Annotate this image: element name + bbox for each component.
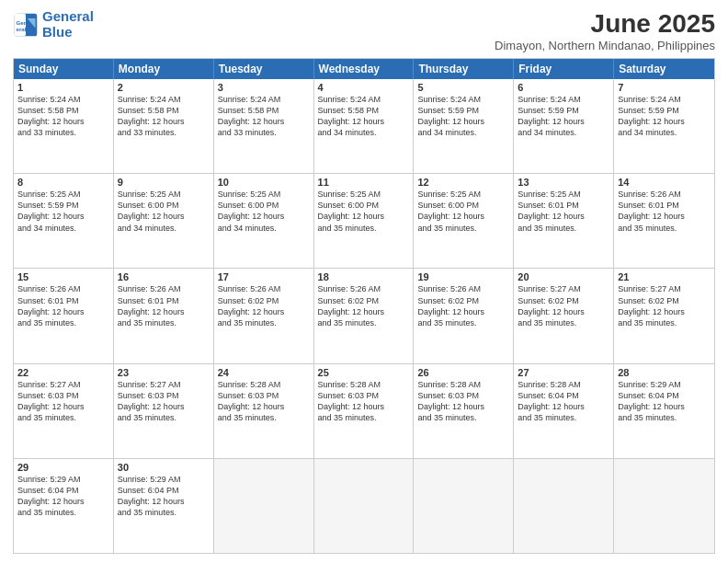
cal-day-empty bbox=[214, 459, 314, 553]
day-number: 20 bbox=[518, 271, 609, 282]
day-info: Sunrise: 5:24 AM Sunset: 5:59 PM Dayligh… bbox=[618, 94, 711, 139]
cal-day-19: 19Sunrise: 5:26 AM Sunset: 6:02 PM Dayli… bbox=[414, 269, 514, 362]
day-info: Sunrise: 5:24 AM Sunset: 5:58 PM Dayligh… bbox=[318, 94, 410, 139]
day-info: Sunrise: 5:28 AM Sunset: 6:04 PM Dayligh… bbox=[518, 379, 609, 424]
cal-day-empty bbox=[614, 459, 714, 553]
cal-day-6: 6Sunrise: 5:24 AM Sunset: 5:59 PM Daylig… bbox=[514, 79, 614, 173]
cal-day-25: 25Sunrise: 5:28 AM Sunset: 6:03 PM Dayli… bbox=[314, 364, 415, 458]
day-number: 29 bbox=[17, 462, 109, 473]
day-info: Sunrise: 5:26 AM Sunset: 6:01 PM Dayligh… bbox=[118, 283, 210, 328]
day-number: 3 bbox=[218, 82, 310, 93]
day-number: 24 bbox=[218, 367, 310, 378]
day-info: Sunrise: 5:26 AM Sunset: 6:01 PM Dayligh… bbox=[17, 283, 109, 328]
day-info: Sunrise: 5:27 AM Sunset: 6:02 PM Dayligh… bbox=[518, 283, 609, 328]
day-info: Sunrise: 5:28 AM Sunset: 6:03 PM Dayligh… bbox=[318, 379, 410, 424]
day-info: Sunrise: 5:25 AM Sunset: 5:59 PM Dayligh… bbox=[17, 189, 109, 234]
cal-day-7: 7Sunrise: 5:24 AM Sunset: 5:59 PM Daylig… bbox=[614, 79, 714, 173]
svg-text:Gen: Gen bbox=[17, 19, 28, 26]
cal-week-2: 8Sunrise: 5:25 AM Sunset: 5:59 PM Daylig… bbox=[14, 173, 714, 268]
cal-day-9: 9Sunrise: 5:25 AM Sunset: 6:00 PM Daylig… bbox=[114, 174, 214, 268]
cal-week-1: 1Sunrise: 5:24 AM Sunset: 5:58 PM Daylig… bbox=[14, 79, 714, 173]
day-number: 19 bbox=[417, 271, 509, 282]
day-info: Sunrise: 5:26 AM Sunset: 6:02 PM Dayligh… bbox=[318, 283, 410, 328]
day-number: 8 bbox=[17, 177, 109, 188]
day-number: 21 bbox=[618, 271, 711, 282]
day-number: 2 bbox=[118, 82, 210, 93]
cal-day-29: 29Sunrise: 5:29 AM Sunset: 6:04 PM Dayli… bbox=[14, 459, 114, 553]
header: Gen eral General Blue June 2025 Dimayon,… bbox=[13, 9, 715, 52]
cal-day-17: 17Sunrise: 5:26 AM Sunset: 6:02 PM Dayli… bbox=[214, 269, 314, 362]
day-info: Sunrise: 5:24 AM Sunset: 5:58 PM Dayligh… bbox=[118, 94, 210, 139]
day-info: Sunrise: 5:25 AM Sunset: 6:00 PM Dayligh… bbox=[118, 189, 210, 234]
day-number: 23 bbox=[118, 367, 210, 378]
day-number: 26 bbox=[417, 367, 509, 378]
day-number: 25 bbox=[318, 367, 410, 378]
day-number: 27 bbox=[518, 367, 609, 378]
svg-text:eral: eral bbox=[17, 26, 27, 32]
day-info: Sunrise: 5:24 AM Sunset: 5:58 PM Dayligh… bbox=[218, 94, 310, 139]
day-info: Sunrise: 5:25 AM Sunset: 6:00 PM Dayligh… bbox=[218, 189, 310, 234]
cal-day-14: 14Sunrise: 5:26 AM Sunset: 6:01 PM Dayli… bbox=[614, 174, 714, 268]
logo-line2: Blue bbox=[42, 24, 73, 40]
day-info: Sunrise: 5:28 AM Sunset: 6:03 PM Dayligh… bbox=[218, 379, 310, 424]
calendar-header: SundayMondayTuesdayWednesdayThursdayFrid… bbox=[14, 59, 714, 79]
day-number: 1 bbox=[17, 82, 109, 93]
day-info: Sunrise: 5:25 AM Sunset: 6:00 PM Dayligh… bbox=[318, 189, 410, 234]
day-info: Sunrise: 5:26 AM Sunset: 6:02 PM Dayligh… bbox=[417, 283, 509, 328]
logo: Gen eral General Blue bbox=[13, 9, 94, 40]
location-title: Dimayon, Northern Mindanao, Philippines bbox=[495, 39, 715, 52]
day-number: 15 bbox=[17, 271, 109, 282]
cal-day-21: 21Sunrise: 5:27 AM Sunset: 6:02 PM Dayli… bbox=[614, 269, 714, 362]
day-info: Sunrise: 5:25 AM Sunset: 6:00 PM Dayligh… bbox=[417, 189, 509, 234]
cal-week-5: 29Sunrise: 5:29 AM Sunset: 6:04 PM Dayli… bbox=[14, 458, 714, 553]
cal-header-friday: Friday bbox=[514, 59, 614, 79]
cal-day-empty bbox=[314, 459, 415, 553]
day-number: 22 bbox=[17, 367, 109, 378]
day-info: Sunrise: 5:27 AM Sunset: 6:03 PM Dayligh… bbox=[118, 379, 210, 424]
cal-day-1: 1Sunrise: 5:24 AM Sunset: 5:58 PM Daylig… bbox=[14, 79, 114, 173]
day-number: 16 bbox=[118, 271, 210, 282]
day-number: 11 bbox=[318, 177, 410, 188]
month-title: June 2025 bbox=[495, 9, 715, 39]
day-info: Sunrise: 5:26 AM Sunset: 6:02 PM Dayligh… bbox=[218, 283, 310, 328]
day-number: 14 bbox=[618, 177, 711, 188]
day-number: 7 bbox=[618, 82, 711, 93]
cal-day-8: 8Sunrise: 5:25 AM Sunset: 5:59 PM Daylig… bbox=[14, 174, 114, 268]
cal-day-empty bbox=[414, 459, 514, 553]
cal-day-16: 16Sunrise: 5:26 AM Sunset: 6:01 PM Dayli… bbox=[114, 269, 214, 362]
cal-day-30: 30Sunrise: 5:29 AM Sunset: 6:04 PM Dayli… bbox=[114, 459, 214, 553]
cal-header-thursday: Thursday bbox=[414, 59, 514, 79]
cal-day-22: 22Sunrise: 5:27 AM Sunset: 6:03 PM Dayli… bbox=[14, 364, 114, 458]
day-number: 13 bbox=[518, 177, 609, 188]
day-info: Sunrise: 5:25 AM Sunset: 6:01 PM Dayligh… bbox=[518, 189, 609, 234]
logo-text: General Blue bbox=[42, 9, 94, 40]
cal-week-3: 15Sunrise: 5:26 AM Sunset: 6:01 PM Dayli… bbox=[14, 268, 714, 362]
day-info: Sunrise: 5:24 AM Sunset: 5:59 PM Dayligh… bbox=[518, 94, 609, 139]
day-number: 18 bbox=[318, 271, 410, 282]
cal-day-23: 23Sunrise: 5:27 AM Sunset: 6:03 PM Dayli… bbox=[114, 364, 214, 458]
day-info: Sunrise: 5:28 AM Sunset: 6:03 PM Dayligh… bbox=[417, 379, 509, 424]
cal-day-11: 11Sunrise: 5:25 AM Sunset: 6:00 PM Dayli… bbox=[314, 174, 415, 268]
page: Gen eral General Blue June 2025 Dimayon,… bbox=[0, 0, 728, 563]
cal-day-2: 2Sunrise: 5:24 AM Sunset: 5:58 PM Daylig… bbox=[114, 79, 214, 173]
cal-day-28: 28Sunrise: 5:29 AM Sunset: 6:04 PM Dayli… bbox=[614, 364, 714, 458]
cal-day-27: 27Sunrise: 5:28 AM Sunset: 6:04 PM Dayli… bbox=[514, 364, 614, 458]
cal-header-wednesday: Wednesday bbox=[314, 59, 415, 79]
cal-day-5: 5Sunrise: 5:24 AM Sunset: 5:59 PM Daylig… bbox=[414, 79, 514, 173]
logo-icon: Gen eral bbox=[13, 12, 39, 38]
day-info: Sunrise: 5:29 AM Sunset: 6:04 PM Dayligh… bbox=[118, 474, 210, 519]
day-number: 30 bbox=[118, 462, 210, 473]
cal-week-4: 22Sunrise: 5:27 AM Sunset: 6:03 PM Dayli… bbox=[14, 363, 714, 458]
cal-header-monday: Monday bbox=[114, 59, 214, 79]
cal-day-15: 15Sunrise: 5:26 AM Sunset: 6:01 PM Dayli… bbox=[14, 269, 114, 362]
day-info: Sunrise: 5:29 AM Sunset: 6:04 PM Dayligh… bbox=[17, 474, 109, 519]
calendar-body: 1Sunrise: 5:24 AM Sunset: 5:58 PM Daylig… bbox=[14, 79, 714, 553]
day-info: Sunrise: 5:27 AM Sunset: 6:03 PM Dayligh… bbox=[17, 379, 109, 424]
day-info: Sunrise: 5:24 AM Sunset: 5:58 PM Dayligh… bbox=[17, 94, 109, 139]
day-number: 5 bbox=[417, 82, 509, 93]
day-number: 4 bbox=[318, 82, 410, 93]
day-number: 17 bbox=[218, 271, 310, 282]
day-info: Sunrise: 5:24 AM Sunset: 5:59 PM Dayligh… bbox=[417, 94, 509, 139]
cal-day-20: 20Sunrise: 5:27 AM Sunset: 6:02 PM Dayli… bbox=[514, 269, 614, 362]
cal-day-18: 18Sunrise: 5:26 AM Sunset: 6:02 PM Dayli… bbox=[314, 269, 415, 362]
